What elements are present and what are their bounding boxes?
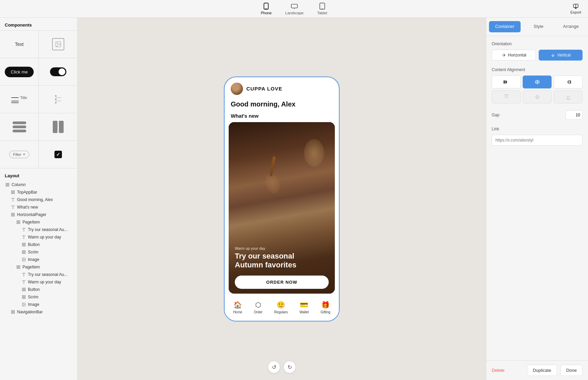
device-phone[interactable]: Phone: [261, 2, 272, 15]
component-checkbox[interactable]: [39, 141, 77, 168]
svg-rect-42: [24, 290, 26, 291]
redo-button[interactable]: ↻: [283, 361, 296, 373]
align-top[interactable]: [492, 90, 521, 103]
svg-rect-44: [22, 296, 24, 297]
svg-rect-19: [13, 213, 15, 215]
order-button[interactable]: ORDER NOW: [235, 276, 329, 289]
orientation-vertical[interactable]: Vertical: [539, 50, 583, 61]
svg-rect-50: [12, 311, 13, 312]
tab-arrange[interactable]: Arrange: [555, 19, 587, 34]
gap-input[interactable]: [566, 110, 583, 120]
nav-item-gifting[interactable]: 🎁 Gifting: [321, 301, 330, 314]
components-title: Components: [0, 18, 77, 30]
component-toggle[interactable]: [39, 58, 77, 85]
component-filter[interactable]: Filter ✕: [0, 141, 38, 168]
tree-item-column[interactable]: Column: [0, 181, 77, 188]
rows-preview: [13, 121, 26, 132]
device-landscape[interactable]: Landscape: [285, 2, 304, 15]
nav-label-order: Order: [254, 310, 263, 314]
tree-item-pageitem2[interactable]: PageItem: [0, 263, 77, 271]
tree-item-button1[interactable]: Button: [0, 241, 77, 248]
svg-rect-2: [291, 4, 297, 8]
right-panel-body: Orientation Horizontal Vertical: [486, 36, 588, 360]
nav-item-order[interactable]: ⬡ Order: [254, 301, 263, 314]
svg-rect-33: [22, 252, 24, 254]
done-button[interactable]: Done: [560, 365, 583, 376]
tree-item-topappbar[interactable]: TopAppBar: [0, 188, 77, 196]
tree-icon-pageitem1: [16, 219, 21, 225]
main-layout: Components Text Click me: [0, 18, 588, 380]
component-menu[interactable]: Title: [0, 86, 38, 113]
tree-item-pageitem1[interactable]: PageItem: [0, 218, 77, 226]
tree-item-good-morning[interactable]: Good morning, Alex: [0, 196, 77, 203]
tree-item-image2[interactable]: Image: [0, 301, 77, 308]
align-bottom[interactable]: [554, 90, 583, 103]
tree-item-button2[interactable]: Button: [0, 286, 77, 293]
tree-icon-pageitem2: [16, 264, 21, 270]
tree-icon-warm-up-2: [21, 279, 27, 285]
hero-overlay: Warm up your day Try our seasonal Autumn…: [235, 246, 329, 270]
nav-item-regulars[interactable]: 🙂 Regulars: [274, 301, 288, 314]
tree-item-try-seasonal-1[interactable]: Try our seasonal Au...: [0, 226, 77, 233]
hero-area[interactable]: Warm up your day Try our seasonal Autumn…: [229, 122, 335, 294]
tree-label-image1: Image: [28, 257, 39, 262]
undo-button[interactable]: ↺: [268, 361, 280, 373]
svg-rect-29: [22, 245, 24, 246]
tree-icon-scrim2: [21, 294, 27, 300]
duplicate-button[interactable]: Duplicate: [527, 365, 557, 376]
device-tablet[interactable]: Tablet: [317, 2, 327, 15]
tree-icon-try-seasonal-1: [21, 227, 27, 232]
tree-container: Column TopAppBar Good morning, Alex What…: [0, 181, 77, 316]
align-left[interactable]: [492, 76, 521, 88]
tree-icon-horizontalpager: [10, 212, 16, 217]
tree-item-horizontalpager[interactable]: HorizontalPager: [0, 211, 77, 218]
svg-rect-47: [22, 297, 24, 299]
delete-button[interactable]: Delete: [492, 368, 524, 373]
tab-container[interactable]: Container: [489, 21, 521, 32]
tree-item-image1[interactable]: Image: [0, 256, 77, 263]
tree-item-navbar[interactable]: NavigationBar: [0, 308, 77, 316]
tree-label-column: Column: [12, 182, 26, 187]
tree-item-scrim1[interactable]: Scrim: [0, 248, 77, 256]
toggle-preview: [50, 67, 66, 76]
nav-item-wallet[interactable]: 💳 Wallet: [299, 301, 309, 314]
orientation-horizontal[interactable]: Horizontal: [492, 50, 536, 61]
component-image[interactable]: [39, 31, 77, 58]
component-button[interactable]: Click me: [0, 58, 38, 85]
export-button[interactable]: Export: [570, 3, 581, 14]
app-bar: CUPPA LOVE: [225, 77, 339, 98]
svg-rect-21: [12, 215, 13, 216]
component-text[interactable]: Text: [0, 31, 38, 58]
link-label: Link: [492, 127, 583, 131]
phone-frame[interactable]: CUPPA LOVE Good morning, Alex What's new: [224, 77, 340, 321]
align-center-h[interactable]: [523, 76, 552, 88]
align-options-preview: [55, 95, 61, 103]
filter-preview: Filter ✕: [9, 151, 29, 158]
align-right[interactable]: [554, 76, 583, 88]
nav-item-home[interactable]: 🏠 Home: [233, 301, 242, 314]
alignment-grid: [492, 76, 583, 103]
svg-rect-63: [505, 95, 507, 98]
nav-icon-regulars: 🙂: [277, 301, 285, 309]
link-input[interactable]: [492, 135, 583, 146]
nav-label-wallet: Wallet: [299, 310, 309, 314]
top-bar: PhoneLandscapeTablet Export: [0, 0, 588, 18]
tree-item-scrim2[interactable]: Scrim: [0, 293, 77, 301]
tree-label-image2: Image: [28, 302, 39, 307]
tree-item-whats-new[interactable]: What's new: [0, 203, 77, 211]
tree-item-warm-up-1[interactable]: Warm up your day: [0, 233, 77, 241]
tree-item-try-seasonal-2[interactable]: Try our seasonal Au...: [0, 271, 77, 278]
tab-style[interactable]: Style: [523, 19, 554, 34]
component-align-options[interactable]: [39, 86, 77, 113]
tree-item-warm-up-2[interactable]: Warm up your day: [0, 278, 77, 286]
tree-label-good-morning: Good morning, Alex: [17, 197, 53, 202]
svg-rect-18: [12, 213, 13, 215]
align-middle[interactable]: [523, 90, 552, 103]
svg-rect-22: [17, 221, 18, 222]
svg-rect-28: [24, 245, 26, 246]
component-cols[interactable]: [39, 113, 77, 141]
layout-section: Layout Column TopAppBar Good morning, Al…: [0, 168, 77, 316]
hero-title: Try our seasonal Autumn favorites: [235, 252, 329, 270]
component-rows[interactable]: [0, 113, 38, 141]
tree-label-horizontalpager: HorizontalPager: [17, 212, 46, 217]
